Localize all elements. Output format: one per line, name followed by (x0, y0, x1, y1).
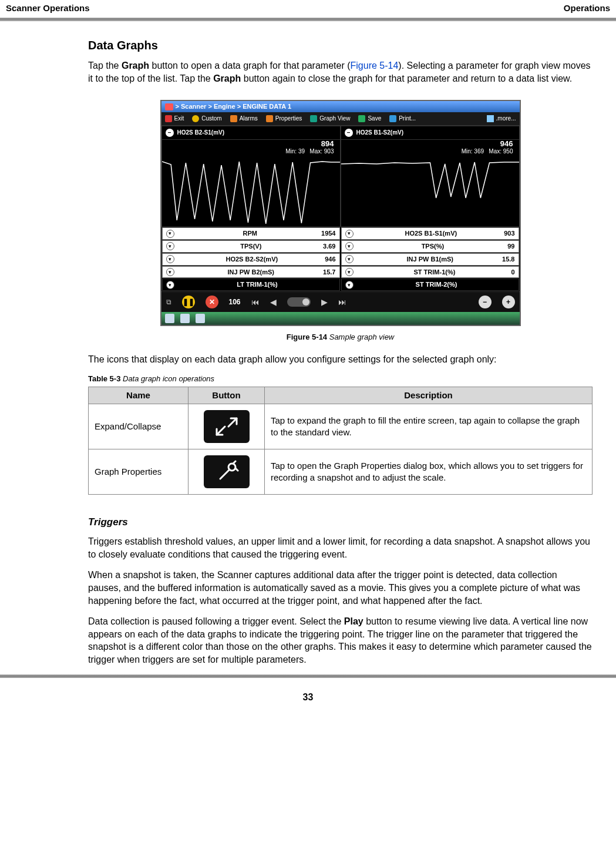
text: button to open a data graph for that par… (149, 61, 350, 71)
disk-icon (358, 115, 365, 122)
text: button again to close the graph for that… (241, 73, 572, 83)
row-label: INJ PW B2(mS) (179, 268, 324, 277)
label: Exit (174, 115, 184, 123)
label: Print... (399, 115, 416, 123)
row-label: ST TRIM-1(%) (358, 268, 511, 277)
close-button[interactable]: ✕ (206, 296, 218, 308)
playback-bar: ⧉ ❚❚ ✕ 106 ⏮ ◀ ▶ ⏭ − + (161, 291, 520, 312)
table-label: Table 5-3 (88, 374, 120, 383)
cell-button (188, 449, 265, 495)
graph-panel-right: – HO2S B1-S2(mV) 946 Min: 369 Max: 950 (341, 126, 520, 227)
collapse-icon[interactable]: – (345, 129, 353, 137)
text-bold: Graph (213, 73, 241, 83)
skip-forward-button[interactable]: ⏭ (338, 297, 346, 308)
bell-icon (230, 115, 237, 122)
task-bar (161, 312, 520, 325)
pause-button[interactable]: ❚❚ (182, 296, 195, 308)
header-rule (0, 18, 616, 21)
subsection-heading-triggers: Triggers (88, 516, 593, 529)
tool-icon[interactable] (196, 314, 205, 323)
cell-description: Tap to expand the graph to fill the enti… (265, 404, 593, 449)
graph-current-value: 894 (321, 139, 334, 148)
expand-icon[interactable]: ▾ (345, 230, 354, 238)
more-button[interactable]: .more... (487, 115, 516, 123)
graph-max: Max: 950 (489, 148, 513, 155)
zoom-in-button[interactable]: + (502, 296, 515, 308)
save-button[interactable]: Save (358, 115, 381, 123)
custom-icon (192, 115, 199, 122)
data-row[interactable]: ▾HO2S B2-S2(mV)946 (162, 253, 340, 266)
expand-icon[interactable]: ▾ (345, 242, 354, 250)
icon-operations-table: Name Button Description Expand/Collapse (88, 387, 593, 495)
triggers-para-3: Data collection is paused following a tr… (88, 615, 593, 666)
cell-button (188, 404, 265, 449)
properties-button[interactable]: Properties (266, 115, 302, 123)
expand-icon[interactable]: ▾ (345, 255, 354, 263)
step-forward-button[interactable]: ▶ (321, 297, 328, 308)
header-right: Operations (564, 2, 610, 14)
data-row[interactable]: ▾TPS(V)3.69 (162, 240, 340, 253)
page-number: 33 (0, 691, 616, 704)
data-row[interactable]: ▾TPS(%)99 (341, 240, 519, 253)
step-back-button[interactable]: ◀ (270, 297, 277, 308)
graph-plot (341, 156, 519, 226)
row-label: ST TRIM-2(%) (358, 280, 515, 289)
expand-icon[interactable]: ▾ (166, 268, 174, 276)
graph-panel-left: – HO2S B2-S1(mV) 894 Min: 39 Max: 903 (161, 126, 341, 227)
graph-view-button[interactable]: Graph View (310, 115, 350, 123)
paragraph-icons-intro: The icons that display on each data grap… (88, 353, 593, 366)
skip-back-button[interactable]: ⏮ (251, 297, 260, 308)
home-icon[interactable] (165, 314, 174, 323)
scanner-screenshot: > Scanner > Engine > ENGINE DATA 1 Exit … (160, 100, 521, 326)
section-heading-data-graphs: Data Graphs (88, 38, 593, 53)
row-value: 15.8 (502, 255, 514, 264)
table-row: Graph Properties Tap to open the Graph P… (89, 449, 593, 495)
expand-icon[interactable]: ▾ (166, 242, 174, 250)
text: Tap the (88, 61, 122, 71)
data-row[interactable]: ▾RPM1954 (162, 227, 340, 240)
label: .more... (496, 115, 516, 123)
data-row[interactable]: ▾INJ PW B2(mS)15.7 (162, 266, 340, 278)
expand-icon[interactable]: ▾ (345, 281, 354, 289)
collapse-icon[interactable]: – (166, 129, 174, 137)
data-row[interactable]: ▾LT TRIM-1(%) (162, 278, 340, 291)
custom-button[interactable]: Custom (192, 115, 221, 123)
graph-title: HO2S B2-S1(mV) (177, 129, 225, 137)
row-label: INJ PW B1(mS) (358, 255, 503, 264)
expand-icon[interactable]: ▾ (166, 230, 174, 238)
print-button[interactable]: Print... (389, 115, 416, 123)
figure-caption: Figure 5-14 Sample graph view (88, 332, 593, 343)
exit-button[interactable]: Exit (165, 115, 184, 123)
data-row[interactable]: ▾HO2S B1-S1(mV)903 (341, 227, 519, 240)
graph-min: Min: 39 (285, 148, 305, 155)
graph-plot (162, 156, 340, 226)
alarms-button[interactable]: Alarms (230, 115, 258, 123)
graph-current-value: 946 (500, 139, 513, 148)
graph-max: Max: 903 (309, 148, 334, 155)
label: Alarms (240, 115, 258, 123)
printer-icon (389, 115, 396, 122)
data-row[interactable]: ▾ST TRIM-1(%)0 (341, 266, 519, 278)
paragraph-intro: Tap the Graph button to open a data grap… (88, 59, 593, 85)
data-row[interactable]: ▾INJ PW B1(mS)15.8 (341, 253, 519, 266)
zoom-out-button[interactable]: − (479, 296, 492, 308)
expand-icon[interactable]: ▾ (345, 268, 354, 276)
cell-name: Graph Properties (89, 449, 188, 495)
data-row[interactable]: ▾ST TRIM-2(%) (341, 278, 519, 291)
row-label: HO2S B2-S2(mV) (179, 255, 325, 264)
apps-icon[interactable] (180, 314, 190, 323)
toolbar: Exit Custom Alarms Properties Graph View… (161, 112, 520, 126)
col-header-button: Button (188, 387, 265, 404)
breadcrumb: > Scanner > Engine > ENGINE DATA 1 (176, 102, 292, 111)
expand-icon[interactable]: ▾ (166, 281, 174, 289)
table-row: Expand/Collapse Tap to expan (89, 404, 593, 449)
camera-icon[interactable]: ⧉ (166, 297, 171, 307)
table-caption: Table 5-3 Data graph icon operations (88, 374, 593, 384)
playback-slider[interactable] (287, 297, 311, 307)
figure-reference-link[interactable]: Figure 5-14 (351, 61, 399, 71)
expand-icon[interactable]: ▾ (166, 255, 174, 263)
row-value: 903 (504, 229, 514, 238)
footer-rule (0, 674, 616, 678)
expand-collapse-icon (204, 410, 250, 443)
wrench-icon (266, 115, 273, 122)
